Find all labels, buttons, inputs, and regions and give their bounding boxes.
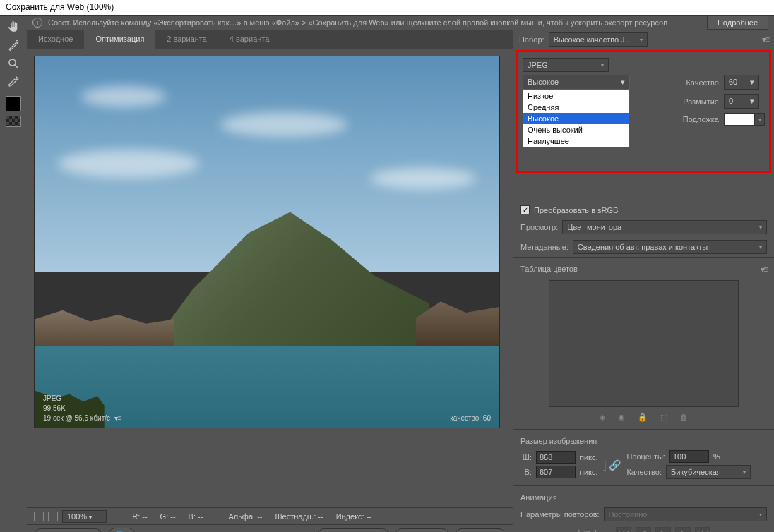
quality-option-medium[interactable]: Средняя [523, 102, 629, 113]
quality-preset-dropdown[interactable]: Высокое▾ Низкое Средняя Высокое Очень вы… [523, 75, 630, 90]
color-table-title: Таблица цветов [520, 265, 578, 274]
cancel-button[interactable]: Отмена [395, 528, 449, 533]
play-button: ▶ [655, 527, 671, 532]
status-bar: 100% ▾ R: -- G: -- B: -- Альфа: -- Шестн… [27, 507, 513, 524]
blur-input[interactable]: 0▾ [724, 94, 759, 109]
frame-indicator: 1 из 1 [577, 528, 598, 532]
preset-select[interactable]: Высокое качество J…▾ [549, 32, 648, 47]
save-button[interactable]: Сохранить... [317, 528, 389, 533]
browser-menu-button[interactable]: 🌐 ▾ [108, 528, 136, 532]
tab-4up[interactable]: 4 варианта [218, 30, 281, 49]
preview-select[interactable]: Цвет монитора▾ [562, 220, 767, 234]
slice-tool-icon[interactable] [5, 37, 22, 54]
width-input[interactable] [536, 451, 576, 464]
resample-label: Качество: [626, 468, 662, 476]
width-label: Ш: [520, 453, 532, 461]
metadata-label: Метаданные: [520, 243, 568, 251]
next-frame-button: |▶ [675, 527, 691, 532]
zoom-tool-icon[interactable] [5, 55, 22, 72]
matte-swatch[interactable] [724, 113, 755, 126]
animation-title: Анимация [520, 493, 557, 502]
quality-option-max[interactable]: Наилучшее [523, 135, 629, 147]
ct-icon-4[interactable]: ⬚ [660, 413, 667, 422]
metadata-select[interactable]: Сведения об авт. правах и контакты▾ [573, 240, 767, 254]
preview-size: 99,56K [43, 404, 121, 413]
percent-label: Проценты: [626, 452, 665, 461]
preview-button[interactable]: Просмотр... [34, 528, 102, 533]
preview-frame[interactable]: JPEG 99,56K 19 сек @ 56,6 кбит/с ▾≡ каче… [34, 56, 500, 428]
resample-select[interactable]: Бикубическая▾ [666, 465, 751, 479]
ct-icon-2[interactable]: ◉ [618, 413, 625, 422]
quality-input[interactable]: 60▾ [724, 75, 759, 90]
zoom-select[interactable]: 100% ▾ [62, 510, 107, 523]
index-value: Индекс: -- [336, 512, 371, 521]
eyedropper-tool-icon[interactable] [5, 73, 22, 90]
color-table-menu-icon[interactable]: ▾≡ [761, 265, 767, 274]
quality-label: Качество: [674, 78, 721, 87]
panel-menu-icon[interactable]: ▾≡ [762, 35, 768, 44]
hand-tool-icon[interactable] [5, 18, 22, 35]
settings-panel: Набор: Высокое качество J…▾ ▾≡ JPEG▾ Выс… [513, 30, 774, 532]
matte-label: Подложка: [674, 115, 721, 123]
window-title: Сохранить для Web (100%) [0, 0, 774, 16]
quality-option-high[interactable]: Высокое [523, 113, 629, 124]
percent-input[interactable] [669, 450, 709, 463]
b-value: B: -- [189, 512, 203, 521]
ct-lock-icon[interactable]: 🔒 [638, 413, 648, 422]
grid-icon[interactable] [34, 512, 44, 521]
height-label: В: [520, 468, 532, 476]
ct-icon-1[interactable]: ◈ [600, 413, 605, 422]
color-table [549, 280, 739, 407]
toggle-swatch[interactable] [6, 116, 21, 127]
image-size-title: Размер изображения [520, 437, 597, 445]
done-button[interactable]: Готово [455, 528, 506, 533]
quality-option-veryhigh[interactable]: Очень высокий [523, 124, 629, 135]
info-icon: i [32, 18, 42, 28]
g-value: G: -- [160, 512, 176, 521]
last-frame-button: ▶▶| [695, 527, 710, 532]
format-select[interactable]: JPEG▾ [523, 58, 609, 72]
highlight-box: JPEG▾ Высокое▾ Низкое Средняя Высокое Оч… [516, 50, 771, 173]
hex-value: Шестнадц.: -- [275, 512, 323, 521]
blur-label: Размытие: [674, 97, 721, 106]
preview-image [35, 56, 499, 428]
tab-original[interactable]: Исходное [27, 30, 84, 49]
height-input[interactable] [536, 466, 576, 478]
foreground-swatch[interactable] [6, 96, 21, 111]
footer-bar: Просмотр... 🌐 ▾ Сохранить... Отмена Гото… [27, 524, 513, 532]
svg-point-0 [16, 40, 18, 42]
srgb-label: Преобразовать в sRGB [534, 206, 618, 214]
svg-point-1 [9, 59, 16, 66]
loop-label: Параметры повторов: [520, 510, 600, 519]
preview-label: Просмотр: [520, 223, 558, 231]
prev-frame-button: ◀| [636, 527, 651, 532]
srgb-checkbox[interactable]: ✓ [520, 205, 530, 214]
grid2-icon[interactable] [48, 512, 58, 521]
tab-2up[interactable]: 2 варианта [155, 30, 218, 49]
more-button[interactable]: Подробнее [707, 16, 768, 30]
preview-time: 19 сек @ 56,6 кбит/с ▾≡ [43, 413, 121, 423]
first-frame-button: |◀◀ [616, 527, 631, 532]
ct-trash-icon[interactable]: 🗑 [680, 413, 688, 422]
loop-select: Постоянно▾ [604, 507, 767, 521]
tool-column [0, 16, 27, 532]
preset-label: Набор: [519, 35, 544, 44]
preview-format: JPEG [43, 394, 121, 404]
view-tabs: Исходное Оптимизация 2 варианта 4 вариан… [27, 30, 513, 49]
quality-preset-list: Низкое Средняя Высокое Очень высокий Наи… [523, 90, 630, 147]
alpha-value: Альфа: -- [228, 512, 262, 521]
tab-optimized[interactable]: Оптимизация [84, 30, 155, 49]
quality-option-low[interactable]: Низкое [523, 90, 629, 102]
link-icon[interactable]: ] 🔗 [604, 459, 621, 471]
r-value: R: -- [132, 512, 147, 521]
tip-text: Совет. Используйте команду «Экспортирова… [48, 18, 701, 27]
preview-quality: качество: 60 [450, 413, 491, 423]
tip-bar: i Совет. Используйте команду «Экспортиро… [27, 16, 774, 30]
